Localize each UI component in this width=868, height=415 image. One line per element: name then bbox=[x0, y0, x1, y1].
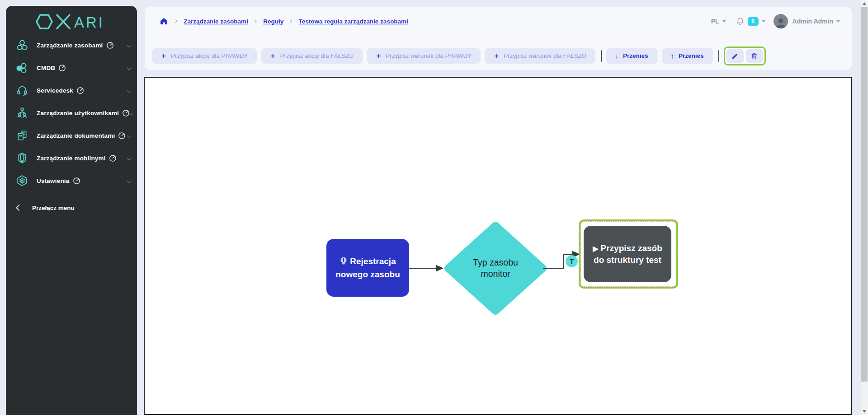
trigger-node[interactable]: Rejestracja nowego zasobu bbox=[326, 239, 409, 297]
sidebar-item-cmdb[interactable]: CMDB bbox=[6, 56, 137, 79]
button-label: Przypisz warunek dla PRAWDY bbox=[386, 52, 472, 59]
sidebar-item-label: Zarządzanie dokumentami bbox=[37, 132, 115, 139]
notification-count-badge: 0 bbox=[748, 17, 759, 26]
chevron-down-icon bbox=[127, 178, 132, 183]
bell-icon bbox=[736, 17, 745, 26]
plus-icon: + bbox=[270, 52, 275, 60]
header-top-row: › Zarządzanie zasobami › Reguły › Testow… bbox=[145, 7, 852, 36]
arrow-down-icon: ↓ bbox=[615, 52, 619, 59]
toggle-menu-label: Przełącz menu bbox=[32, 205, 75, 211]
sidebar-item-servicedesk[interactable]: Servicedesk bbox=[6, 79, 137, 102]
sidebar: ARI Zarządzanie zasobami bbox=[6, 6, 137, 415]
sidebar-item-zarzadzanie-mobilnymi[interactable]: Zarządzanie mobilnymi bbox=[6, 147, 137, 169]
sidebar-item-label: Servicedesk bbox=[37, 87, 73, 94]
breadcrumb-separator-icon: › bbox=[175, 17, 177, 25]
home-icon[interactable] bbox=[159, 17, 169, 26]
mobile-icon bbox=[16, 152, 28, 164]
assign-action-false-button[interactable]: + Przypisz akcję dla FAŁSZU bbox=[261, 48, 363, 64]
notifications-menu[interactable]: 0 bbox=[736, 17, 765, 26]
action-node-label: Przypisz zasób do struktury test bbox=[594, 243, 662, 265]
button-label: Przenieś bbox=[623, 52, 648, 59]
servicedesk-icon bbox=[16, 84, 28, 96]
scrollbar-down-arrow-icon[interactable] bbox=[863, 410, 866, 413]
caret-down-icon bbox=[762, 20, 765, 23]
assign-action-true-button[interactable]: + Przypisz akcję dla PRAWDY bbox=[152, 48, 257, 64]
sidebar-item-ustawienia[interactable]: Ustawienia bbox=[6, 169, 137, 192]
breadcrumb: › Zarządzanie zasobami › Reguły › Testow… bbox=[159, 17, 408, 26]
condition-node-label: Typ zasobu monitor bbox=[459, 257, 532, 280]
sidebar-item-zarzadzanie-zasobami[interactable]: Zarządzanie zasobami bbox=[6, 34, 137, 56]
sidebar-item-label: Zarządzanie użytkownikami bbox=[37, 110, 119, 117]
oxari-logo-icon: ARI bbox=[35, 13, 108, 31]
edit-button[interactable] bbox=[726, 49, 744, 63]
user-name-label: Admin Admin bbox=[793, 18, 833, 25]
gauge-icon bbox=[73, 177, 80, 185]
chevron-down-icon bbox=[127, 43, 132, 47]
documents-icon bbox=[16, 130, 28, 141]
edge-true-label: T bbox=[570, 257, 574, 265]
breadcrumb-separator-icon: › bbox=[255, 17, 257, 25]
sidebar-item-label: Zarządzanie zasobami bbox=[37, 42, 103, 49]
breadcrumb-link-zarzadzanie-zasobami[interactable]: Zarządzanie zasobami bbox=[184, 18, 248, 25]
play-icon: ▶ bbox=[593, 245, 598, 252]
trash-icon bbox=[750, 52, 758, 60]
plus-icon: + bbox=[494, 52, 499, 60]
breadcrumb-link-reguly[interactable]: Reguły bbox=[263, 18, 283, 25]
gauge-icon bbox=[109, 154, 117, 162]
avatar[interactable] bbox=[774, 14, 788, 28]
vertical-scrollbar bbox=[861, 0, 868, 415]
settings-icon bbox=[16, 175, 28, 187]
app-root: ARI Zarządzanie zasobami bbox=[0, 0, 868, 415]
button-label: Przenieś bbox=[679, 52, 704, 59]
move-up-button[interactable]: ↑ Przenieś bbox=[662, 48, 713, 64]
breadcrumb-separator-icon: › bbox=[290, 17, 292, 25]
flow-edges-layer bbox=[145, 78, 851, 414]
sidebar-collapse-toggle[interactable]: Przełącz menu bbox=[6, 198, 137, 217]
condition-node[interactable]: Typ zasobu monitor bbox=[459, 251, 532, 285]
topbar-controls: PL 0 bbox=[711, 14, 840, 28]
chevron-down-icon bbox=[127, 65, 132, 70]
pencil-icon bbox=[731, 52, 739, 60]
button-label: Przypisz warunek dla FAŁSZU bbox=[504, 52, 586, 59]
sidebar-item-zarzadzanie-uzytkownikami[interactable]: Zarządzanie użytkownikami bbox=[6, 102, 137, 124]
chevron-down-icon bbox=[127, 88, 132, 93]
user-menu[interactable]: Admin Admin bbox=[793, 18, 840, 25]
header-panel: › Zarządzanie zasobami › Reguły › Testow… bbox=[145, 7, 852, 70]
toolbar: + Przypisz akcję dla PRAWDY + Przypisz a… bbox=[145, 36, 852, 70]
caret-down-icon bbox=[836, 20, 840, 23]
logo: ARI bbox=[6, 6, 137, 34]
scrollbar-up-arrow-icon[interactable] bbox=[863, 2, 866, 5]
move-down-button[interactable]: ↓ Przenieś bbox=[606, 48, 657, 64]
rule-diagram-canvas[interactable]: Rejestracja nowego zasobu Typ zasobu mon… bbox=[144, 77, 852, 415]
chevron-left-icon bbox=[16, 205, 22, 211]
breadcrumb-link-testowa-regula[interactable]: Testowa reguła zarządzanie zasobami bbox=[299, 18, 408, 25]
plus-icon: + bbox=[161, 52, 166, 60]
sidebar-item-label: Ustawienia bbox=[37, 177, 70, 184]
bulb-icon bbox=[340, 256, 348, 269]
caret-down-icon bbox=[722, 20, 726, 23]
scrollbar-thumb[interactable] bbox=[861, 7, 868, 382]
delete-button[interactable] bbox=[746, 49, 763, 63]
gauge-icon bbox=[76, 87, 84, 94]
edit-delete-highlight-group bbox=[724, 47, 766, 65]
sidebar-menu: Zarządzanie zasobami CM bbox=[6, 34, 137, 192]
action-node[interactable]: ▶Przypisz zasób do struktury test bbox=[584, 226, 671, 282]
chevron-down-icon bbox=[127, 156, 132, 160]
chevron-down-icon bbox=[129, 111, 134, 115]
language-selector[interactable]: PL bbox=[711, 18, 726, 25]
button-label: Przypisz akcję dla PRAWDY bbox=[171, 52, 248, 59]
assign-condition-true-button[interactable]: + Przypisz warunek dla PRAWDY bbox=[367, 48, 481, 64]
cmdb-icon bbox=[16, 62, 28, 74]
button-label: Przypisz akcję dla FAŁSZU bbox=[280, 52, 354, 59]
gauge-icon bbox=[106, 42, 114, 49]
gauge-icon bbox=[118, 132, 126, 140]
toolbar-divider bbox=[601, 50, 602, 62]
language-label: PL bbox=[711, 18, 719, 25]
sidebar-item-zarzadzanie-dokumentami[interactable]: Zarządzanie dokumentami bbox=[6, 124, 137, 147]
assets-icon bbox=[16, 39, 28, 51]
gauge-icon bbox=[58, 64, 66, 72]
sidebar-item-label: Zarządzanie mobilnymi bbox=[37, 155, 106, 162]
assign-condition-false-button[interactable]: + Przypisz warunek dla FAŁSZU bbox=[485, 48, 595, 64]
sidebar-item-label: CMDB bbox=[37, 65, 55, 71]
edge-true-badge: T bbox=[566, 255, 578, 267]
